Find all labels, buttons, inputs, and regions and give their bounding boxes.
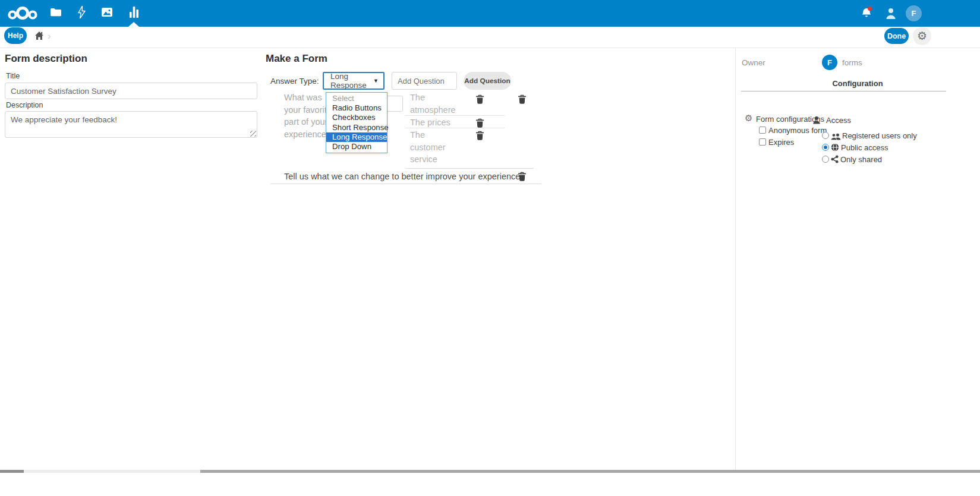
dropdown-option-long-response[interactable]: Long Response xyxy=(326,132,387,142)
person-icon xyxy=(812,116,821,127)
notifications-button[interactable] xyxy=(861,8,872,22)
home-breadcrumb-button[interactable] xyxy=(34,31,44,43)
folder-icon xyxy=(50,8,61,19)
photos-app-button[interactable] xyxy=(94,0,120,27)
title-label: Title xyxy=(6,72,20,80)
chevron-down-icon: ▼ xyxy=(373,78,379,84)
trash-icon xyxy=(475,118,484,128)
configuration-heading: Configuration xyxy=(735,79,980,88)
scrollbar-thumb[interactable] xyxy=(200,470,980,473)
owner-avatar: F xyxy=(822,55,837,70)
delete-question-button[interactable] xyxy=(518,94,527,104)
dropdown-option-radio-buttons[interactable]: Radio Buttons xyxy=(326,103,387,113)
question-text: Tell us what we can change to better imp… xyxy=(284,172,520,181)
top-navbar: F xyxy=(0,0,980,27)
delete-option-button[interactable] xyxy=(475,94,484,104)
trash-icon xyxy=(518,172,527,181)
sidebar-divider xyxy=(735,48,736,470)
contacts-button[interactable] xyxy=(886,8,896,21)
people-icon xyxy=(831,132,841,143)
question-row-divider xyxy=(270,184,541,184)
description-textarea[interactable]: We appreciate your feedback! xyxy=(5,111,257,138)
only-shared-label: Only shared xyxy=(840,155,882,164)
description-label: Description xyxy=(6,101,43,109)
option-divider xyxy=(405,128,505,128)
nextcloud-logo[interactable] xyxy=(7,5,38,25)
dropdown-option-checkboxes[interactable]: Checkboxes xyxy=(326,113,387,122)
title-input[interactable] xyxy=(5,83,257,99)
share-icon xyxy=(831,155,839,166)
delete-question-button[interactable] xyxy=(518,172,527,181)
registered-users-label: Registered users only xyxy=(842,131,917,140)
public-access-radio[interactable] xyxy=(822,144,829,151)
delete-option-button[interactable] xyxy=(475,131,484,140)
breadcrumb-header: Help › Done ⚙ xyxy=(0,27,980,48)
textarea-resize-handle[interactable] xyxy=(250,131,256,137)
only-shared-radio[interactable] xyxy=(822,156,829,163)
gear-icon: ⚙ xyxy=(917,30,927,42)
answer-option: The prices xyxy=(410,116,462,129)
anonymous-form-checkbox[interactable] xyxy=(759,127,766,134)
option-divider xyxy=(405,115,505,116)
done-button[interactable]: Done xyxy=(884,28,909,44)
bell-icon xyxy=(861,11,872,21)
user-avatar[interactable]: F xyxy=(906,5,922,21)
active-app-indicator xyxy=(128,22,139,27)
globe-icon xyxy=(831,143,839,154)
files-app-button[interactable] xyxy=(42,0,68,27)
settings-button[interactable]: ⚙ xyxy=(913,27,931,45)
add-question-button[interactable]: Add Question xyxy=(464,72,511,90)
answer-type-select[interactable]: Long Response ▼ xyxy=(323,72,385,90)
barchart-icon xyxy=(129,7,139,20)
add-question-input[interactable] xyxy=(392,72,457,90)
public-access-label: Public access xyxy=(841,143,888,152)
trash-icon xyxy=(475,131,484,140)
home-icon xyxy=(34,32,44,42)
activity-app-button[interactable] xyxy=(68,0,94,27)
delete-option-button[interactable] xyxy=(475,118,484,128)
dropdown-option-select[interactable]: Select xyxy=(326,94,387,103)
photos-icon xyxy=(102,8,112,19)
answer-type-label: Answer Type: xyxy=(270,77,319,86)
registered-users-radio[interactable] xyxy=(822,132,829,139)
owner-label: Owner xyxy=(742,58,765,67)
answer-option: The atmosphere xyxy=(410,91,462,116)
dropdown-option-short-response[interactable]: Short Response xyxy=(326,123,387,132)
form-description-heading: Form description xyxy=(5,53,87,65)
access-heading: Access xyxy=(826,116,851,125)
help-button[interactable]: Help xyxy=(4,27,27,44)
expires-checkbox[interactable] xyxy=(759,138,766,146)
answer-type-value: Long Response xyxy=(330,72,373,90)
notification-dot xyxy=(868,7,872,11)
configuration-divider xyxy=(741,91,946,91)
forms-app-window: F Help › Done ⚙ Form description Title D… xyxy=(0,0,980,496)
dropdown-option-drop-down[interactable]: Drop Down xyxy=(326,142,387,151)
answer-option: The customer service xyxy=(410,129,462,166)
anonymous-form-label: Anonymous form xyxy=(768,126,827,135)
owner-name: forms xyxy=(842,58,862,67)
make-a-form-heading: Make a Form xyxy=(266,53,327,65)
trash-icon xyxy=(475,94,484,104)
lightning-icon xyxy=(78,6,86,21)
gear-icon: ⚙ xyxy=(745,113,752,124)
expires-label: Expires xyxy=(768,138,794,147)
breadcrumb-chevron-icon: › xyxy=(48,30,51,42)
trash-icon xyxy=(518,94,527,104)
answer-type-dropdown: Select Radio Buttons Checkboxes Short Re… xyxy=(326,92,387,153)
contacts-icon xyxy=(886,11,896,21)
scrollbar-segment[interactable] xyxy=(0,470,24,473)
question-row-divider xyxy=(405,168,534,169)
